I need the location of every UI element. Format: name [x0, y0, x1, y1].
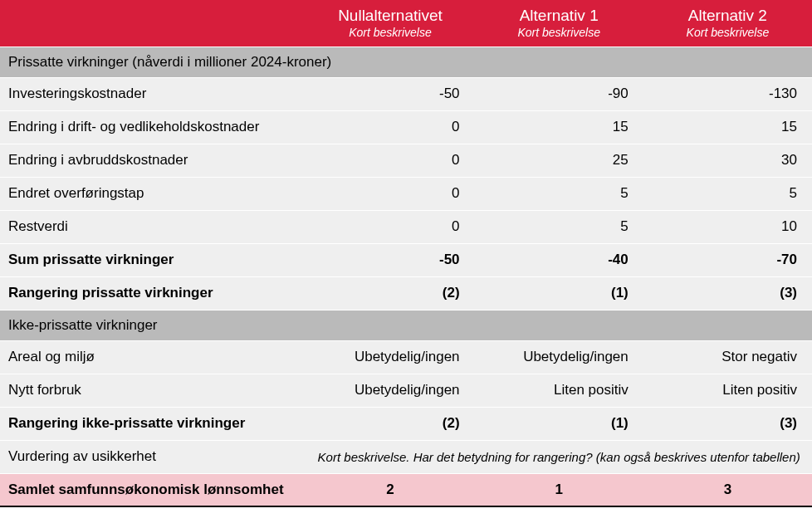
row-value: 5: [643, 177, 812, 210]
header-col-0: Nullalternativet Kort beskrivelse: [306, 0, 474, 46]
row-label: Sum prissatte virkninger: [0, 243, 306, 276]
row-value: (3): [643, 407, 812, 440]
summary-value: 1: [475, 473, 643, 506]
row-value: 15: [643, 110, 812, 144]
table-row: Investeringskostnader -50 -90 -130: [0, 77, 812, 110]
table-row: Rangering prissatte virkninger (2) (1) (…: [0, 276, 812, 310]
row-value: 25: [475, 144, 643, 177]
row-label: Areal og miljø: [0, 340, 306, 374]
row-value: 15: [475, 110, 643, 144]
row-label: Endring i drift- og vedlikeholdskostnade…: [0, 110, 306, 144]
row-value: Ubetydelig/ingen: [475, 340, 643, 374]
table-row: Rangering ikke-prissatte virkninger (2) …: [0, 407, 812, 440]
header-col-1: Alternativ 1 Kort beskrivelse: [475, 0, 643, 46]
header-col-1-title: Alternativ 1: [475, 7, 643, 26]
table-row: Areal og miljø Ubetydelig/ingen Ubetydel…: [0, 340, 812, 374]
row-value: (1): [475, 276, 643, 310]
table-row: Restverdi 0 5 10: [0, 210, 812, 243]
row-value: -130: [643, 77, 812, 110]
row-value: (2): [306, 276, 474, 310]
table-row: Sum prissatte virkninger -50 -40 -70: [0, 243, 812, 276]
summary-label: Samlet samfunnsøkonomisk lønnsomhet: [0, 473, 306, 506]
row-value: Ubetydelig/ingen: [306, 340, 474, 374]
row-value: -50: [306, 77, 474, 110]
row-value: 5: [475, 177, 643, 210]
header-col-1-sub: Kort beskrivelse: [475, 26, 643, 39]
header-col-0-title: Nullalternativet: [306, 7, 474, 26]
row-label: Rangering prissatte virkninger: [0, 276, 306, 310]
row-value: Stor negativ: [643, 340, 812, 374]
row-label: Nytt forbruk: [0, 374, 306, 407]
uncertainty-label: Vurdering av usikkerhet: [0, 440, 306, 473]
header-blank: [0, 0, 306, 46]
row-value: Liten positiv: [643, 374, 812, 407]
row-label: Rangering ikke-prissatte virkninger: [0, 407, 306, 440]
row-value: 0: [306, 210, 474, 243]
summary-value: 2: [306, 473, 474, 506]
uncertainty-row: Vurdering av usikkerhet Kort beskrivelse…: [0, 440, 812, 473]
summary-row: Samlet samfunnsøkonomisk lønnsomhet 2 1 …: [0, 473, 812, 506]
row-value: (3): [643, 276, 812, 310]
section-priced: Prissatte virkninger (nåverdi i millione…: [0, 46, 812, 77]
row-value: -90: [475, 77, 643, 110]
header-row: Nullalternativet Kort beskrivelse Altern…: [0, 0, 812, 46]
row-label: Restverdi: [0, 210, 306, 243]
row-value: (1): [475, 407, 643, 440]
header-col-2-sub: Kort beskrivelse: [643, 26, 812, 39]
uncertainty-note: Kort beskrivelse. Har det betydning for …: [306, 440, 812, 473]
row-value: 10: [643, 210, 812, 243]
table-row: Endret overføringstap 0 5 5: [0, 177, 812, 210]
row-value: Liten positiv: [475, 374, 643, 407]
row-value: 0: [306, 177, 474, 210]
row-value: -70: [643, 243, 812, 276]
row-value: (2): [306, 407, 474, 440]
row-value: -50: [306, 243, 474, 276]
section-nonpriced-title: Ikke-prissatte virkninger: [0, 310, 812, 340]
table-row: Endring i avbruddskostnader 0 25 30: [0, 144, 812, 177]
row-value: 0: [306, 110, 474, 144]
header-col-2-title: Alternativ 2: [643, 7, 812, 26]
header-col-0-sub: Kort beskrivelse: [306, 26, 474, 39]
row-value: Ubetydelig/ingen: [306, 374, 474, 407]
row-value: -40: [475, 243, 643, 276]
row-value: 30: [643, 144, 812, 177]
section-nonpriced: Ikke-prissatte virkninger: [0, 310, 812, 340]
summary-value: 3: [643, 473, 812, 506]
section-priced-title: Prissatte virkninger (nåverdi i millione…: [0, 46, 812, 77]
row-label: Investeringskostnader: [0, 77, 306, 110]
row-label: Endret overføringstap: [0, 177, 306, 210]
row-value: 5: [475, 210, 643, 243]
table-row: Nytt forbruk Ubetydelig/ingen Liten posi…: [0, 374, 812, 407]
table-row: Endring i drift- og vedlikeholdskostnade…: [0, 110, 812, 144]
row-label: Endring i avbruddskostnader: [0, 144, 306, 177]
economic-table: Nullalternativet Kort beskrivelse Altern…: [0, 0, 812, 507]
header-col-2: Alternativ 2 Kort beskrivelse: [643, 0, 812, 46]
row-value: 0: [306, 144, 474, 177]
